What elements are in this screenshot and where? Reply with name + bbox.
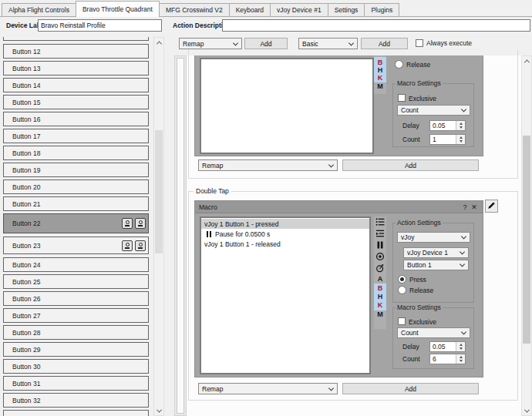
sidebar-button-15[interactable]: Button 15 xyxy=(3,95,149,109)
release-radio[interactable] xyxy=(395,60,403,69)
spin-buttons[interactable] xyxy=(456,354,465,364)
section-action-select[interactable]: Remap xyxy=(198,159,338,171)
viewport-left-scrollbar[interactable] xyxy=(174,55,187,416)
device-label-input[interactable] xyxy=(38,19,162,32)
letter-m-button[interactable]: M xyxy=(374,310,386,319)
count-spinbox[interactable]: 6 xyxy=(429,354,466,364)
scrollbar-thumb[interactable] xyxy=(155,130,163,253)
delay-timer-icon[interactable] xyxy=(375,263,385,273)
sidebar-button-19[interactable]: Button 19 xyxy=(3,163,149,177)
sidebar-scrollbar[interactable] xyxy=(153,37,164,416)
letter-a-button[interactable]: A xyxy=(374,275,386,283)
letter-k-button[interactable]: K xyxy=(374,74,386,82)
insert-action-icon[interactable] xyxy=(375,229,385,238)
tab-keyboard[interactable]: Keyboard xyxy=(229,3,271,16)
scrollbar-thumb[interactable] xyxy=(177,58,184,414)
sidebar-button-29[interactable]: Button 29 xyxy=(3,342,149,357)
tab-settings[interactable]: Settings xyxy=(328,3,365,16)
section-add-button[interactable]: Add xyxy=(342,159,479,171)
exclusive-checkbox[interactable] xyxy=(398,94,406,102)
add-action-button[interactable]: Add xyxy=(244,38,288,49)
letter-k-button[interactable]: K xyxy=(374,301,386,310)
repeat-mode-select[interactable]: Count xyxy=(397,327,470,338)
sidebar-button-16[interactable]: Button 16 xyxy=(3,112,149,126)
sidebar-button-22-selected[interactable]: Button 22 xyxy=(3,213,149,233)
sidebar-button-20[interactable]: Button 20 xyxy=(3,179,149,194)
spin-buttons[interactable] xyxy=(456,342,465,351)
spin-buttons[interactable] xyxy=(456,121,465,130)
scrollbar-down-arrow-icon[interactable] xyxy=(522,406,531,415)
condition-type-select[interactable]: Basic xyxy=(298,38,358,49)
tab-bravo-throttle-quadrant[interactable]: Bravo Throttle Quadrant xyxy=(76,1,160,17)
sidebar-button-31[interactable]: Button 31 xyxy=(3,376,149,391)
scrollbar-thumb[interactable] xyxy=(523,136,530,344)
sidebar-button-label: Button 27 xyxy=(12,312,40,320)
sidebar-button-12[interactable]: Button 12 xyxy=(3,44,149,59)
action-list-icon[interactable] xyxy=(375,217,385,226)
sidebar-button-27[interactable]: Button 27 xyxy=(3,308,149,323)
spin-buttons[interactable] xyxy=(456,135,465,144)
press-radio[interactable] xyxy=(398,275,406,283)
sidebar-button-30[interactable]: Button 30 xyxy=(3,359,149,374)
delay-spinbox[interactable]: 0.05 xyxy=(429,120,466,131)
macro-step-list[interactable]: vJoy 1 Button 1 - pressed Pause for 0.05… xyxy=(200,216,371,374)
section-action-select[interactable]: Remap xyxy=(198,383,338,394)
scrollbar-down-arrow-icon[interactable] xyxy=(154,406,163,415)
macro-letter-toolbar: B H K M xyxy=(374,55,386,94)
macro-step-text: vJoy 1 Button 1 - pressed xyxy=(204,220,278,228)
tab-mfg-crosswind-v2[interactable]: MFG Crosswind V2 xyxy=(159,3,230,16)
pause-step-icon[interactable] xyxy=(375,240,385,250)
sidebar-button-24[interactable]: Button 24 xyxy=(3,257,149,272)
edit-macro-button[interactable] xyxy=(485,200,498,213)
always-execute-checkbox[interactable] xyxy=(416,39,423,47)
action-kind-select[interactable]: vJoy xyxy=(397,232,470,243)
record-icon[interactable] xyxy=(375,252,385,261)
sidebar-button-label: Button 23 xyxy=(12,242,40,250)
letter-h-button[interactable]: H xyxy=(374,293,386,301)
action-description-input[interactable] xyxy=(222,19,530,32)
sidebar-button-partial-bottom[interactable] xyxy=(3,410,149,416)
repeat-mode-select[interactable]: Count xyxy=(397,105,470,116)
sidebar-button-25[interactable]: Button 25 xyxy=(3,274,149,289)
macro-step-row-pressed[interactable]: vJoy 1 Button 1 - pressed xyxy=(201,219,369,229)
tab-alpha-flight-controls[interactable]: Alpha Flight Controls xyxy=(2,3,76,16)
sidebar-button-partial-top[interactable] xyxy=(3,37,149,41)
exclusive-checkbox[interactable] xyxy=(398,317,406,325)
letter-b-button[interactable]: B xyxy=(374,284,386,293)
sidebar-button-26[interactable]: Button 26 xyxy=(3,291,149,306)
macro-step-row-pause[interactable]: Pause for 0.0500 s xyxy=(201,229,369,239)
sidebar-button-17[interactable]: Button 17 xyxy=(3,129,149,143)
viewport-right-scrollbar[interactable] xyxy=(521,55,532,416)
sidebar-button-28[interactable]: Button 28 xyxy=(3,325,149,340)
macro-panel-title: Macro xyxy=(199,203,217,211)
sidebar-button-14[interactable]: Button 14 xyxy=(3,78,149,92)
tab-vjoy-device-1[interactable]: vJoy Device #1 xyxy=(270,3,328,16)
sidebar-button-label: Button 13 xyxy=(12,65,40,72)
help-button[interactable]: ? xyxy=(460,203,470,211)
scrollbar-up-arrow-icon[interactable] xyxy=(154,38,163,47)
macro-step-row-released[interactable]: vJoy 1 Button 1 - released xyxy=(201,239,369,249)
action-type-select[interactable]: Remap xyxy=(179,38,242,49)
sidebar-button-18[interactable]: Button 18 xyxy=(3,146,149,160)
add-condition-button[interactable]: Add xyxy=(361,38,408,49)
sidebar-button-23[interactable]: Button 23 xyxy=(3,237,149,254)
release-radio[interactable] xyxy=(398,286,406,294)
close-icon[interactable]: ✕ xyxy=(470,203,479,211)
sidebar-button-32[interactable]: Button 32 xyxy=(3,393,149,408)
button-action-icon xyxy=(135,240,146,251)
sidebar-button-21[interactable]: Button 21 xyxy=(3,196,149,211)
macro-step-list[interactable] xyxy=(200,58,374,154)
count-spinbox[interactable]: 1 xyxy=(429,134,466,145)
scrollbar-up-arrow-icon[interactable] xyxy=(522,56,531,65)
section-add-button[interactable]: Add xyxy=(342,383,479,394)
sidebar-button-label: Button 18 xyxy=(12,149,40,157)
chevron-down-icon xyxy=(233,40,238,45)
macro-step-text: Pause for 0.0500 s xyxy=(215,230,270,238)
tab-plugins[interactable]: Plugins xyxy=(364,3,399,16)
press-label: Press xyxy=(409,276,426,283)
sidebar-button-13[interactable]: Button 13 xyxy=(3,61,149,75)
vjoy-button-select[interactable]: Button 1 xyxy=(403,260,469,270)
letter-m-button[interactable]: M xyxy=(374,82,386,91)
vjoy-device-select[interactable]: vJoy Device 1 xyxy=(403,247,469,258)
delay-spinbox[interactable]: 0.05 xyxy=(429,341,466,352)
